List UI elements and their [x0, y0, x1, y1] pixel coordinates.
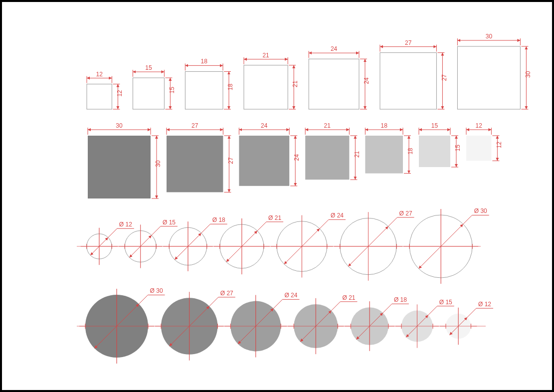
dim-horizontal: 15	[133, 64, 164, 77]
dim-value: 15	[169, 87, 176, 94]
dim-value: 18	[227, 84, 234, 91]
dia-value: Ø 18	[394, 296, 407, 303]
dim-horizontal: 27	[380, 39, 436, 52]
svg-line-132	[257, 222, 266, 231]
svg-rect-7	[133, 78, 164, 109]
dim-value: 18	[407, 148, 414, 155]
dim-value: 24	[261, 122, 268, 129]
dim-vertical: 30	[152, 136, 162, 198]
circle-filled: Ø 27	[155, 290, 235, 361]
dim-vertical: 27	[224, 136, 234, 192]
dim-horizontal: 18	[185, 58, 223, 70]
dim-value: 30	[486, 33, 493, 40]
dim-value: 15	[431, 122, 438, 129]
dia-value: Ø 27	[399, 210, 412, 217]
svg-canvas: 1212151518182121242427273030303027272424…	[2, 2, 552, 390]
svg-rect-0	[87, 84, 112, 109]
svg-rect-91	[466, 136, 491, 161]
square-filled: 3030	[88, 122, 162, 198]
circle-outlined: Ø 30	[403, 207, 489, 284]
circle-filled: Ø 15	[395, 299, 454, 348]
drawing-sheet: 1212151518182121242427273030303027272424…	[0, 0, 554, 392]
dim-value: 18	[381, 122, 388, 129]
dia-value: Ø 12	[478, 301, 491, 308]
square-outlined: 2424	[309, 45, 370, 109]
dim-horizontal: 12	[466, 122, 491, 135]
dim-value: 27	[405, 39, 412, 46]
dim-horizontal: 24	[239, 122, 289, 135]
svg-rect-63	[239, 136, 289, 186]
dim-value: 27	[191, 122, 198, 129]
svg-line-159	[463, 215, 472, 224]
dim-value: 21	[292, 80, 299, 87]
dim-horizontal: 30	[457, 33, 520, 45]
dim-value: 30	[525, 71, 532, 78]
dia-value: Ø 15	[439, 299, 452, 306]
dia-value: Ø 15	[163, 219, 176, 226]
dim-horizontal: 21	[305, 122, 349, 135]
dim-vertical: 12	[113, 84, 123, 109]
svg-rect-77	[365, 136, 403, 174]
dim-value: 15	[145, 64, 152, 71]
dim-horizontal: 24	[309, 45, 359, 58]
dia-value: Ø 24	[331, 212, 344, 219]
circle-filled: Ø 30	[79, 287, 165, 364]
square-filled: 1212	[466, 122, 503, 161]
dim-vertical: 21	[350, 136, 360, 180]
dia-value: Ø 18	[212, 216, 225, 223]
svg-line-222	[467, 308, 476, 317]
dim-value: 30	[116, 122, 123, 129]
svg-rect-14	[185, 71, 223, 109]
dim-value: 27	[441, 74, 448, 81]
dim-vertical: 30	[521, 46, 531, 109]
circle-filled: Ø 12	[440, 301, 493, 345]
svg-line-114	[152, 226, 161, 235]
dim-value: 12	[96, 71, 103, 78]
dim-value: 21	[262, 52, 269, 59]
dim-value: 24	[293, 154, 300, 161]
square-filled: 2424	[239, 122, 300, 186]
dim-horizontal: 12	[87, 71, 112, 83]
dia-value: Ø 27	[220, 290, 233, 297]
dia-leader: Ø 27	[334, 210, 414, 281]
circle-filled: Ø 24	[224, 292, 299, 357]
svg-rect-42	[457, 46, 520, 109]
svg-rect-28	[309, 59, 359, 109]
square-filled: 1818	[365, 122, 414, 174]
dim-horizontal: 21	[244, 52, 288, 64]
dim-value: 24	[331, 45, 338, 52]
dim-horizontal: 18	[365, 122, 403, 135]
svg-rect-35	[380, 53, 436, 109]
svg-line-105	[108, 228, 117, 237]
dim-value: 27	[227, 157, 234, 164]
svg-rect-70	[305, 136, 349, 180]
square-outlined: 1212	[87, 71, 123, 109]
svg-rect-56	[167, 136, 223, 192]
dim-value: 18	[201, 58, 208, 65]
dia-value: Ø 21	[342, 294, 355, 301]
dim-vertical: 15	[165, 78, 175, 109]
dim-vertical: 12	[492, 136, 502, 161]
dim-vertical: 27	[437, 53, 447, 109]
square-outlined: 1515	[133, 64, 175, 109]
svg-line-150	[388, 217, 397, 226]
dia-value: Ø 24	[284, 292, 297, 299]
dim-value: 15	[454, 145, 461, 152]
svg-line-141	[320, 219, 329, 228]
square-filled: 2121	[305, 122, 360, 180]
dim-horizontal: 27	[167, 122, 223, 135]
svg-rect-21	[244, 65, 288, 109]
dim-horizontal: 30	[88, 122, 151, 135]
dim-value: 12	[116, 90, 123, 97]
svg-line-186	[273, 299, 282, 308]
square-outlined: 1818	[185, 58, 234, 109]
svg-line-195	[331, 302, 340, 311]
dia-value: Ø 12	[119, 221, 132, 228]
circle-outlined: Ø 27	[334, 210, 414, 281]
dim-vertical: 18	[224, 71, 234, 109]
dim-vertical: 24	[360, 59, 370, 109]
dim-value: 21	[324, 122, 331, 129]
square-filled: 1515	[419, 122, 461, 167]
circle-filled: Ø 21	[288, 294, 357, 354]
svg-line-177	[209, 297, 218, 306]
